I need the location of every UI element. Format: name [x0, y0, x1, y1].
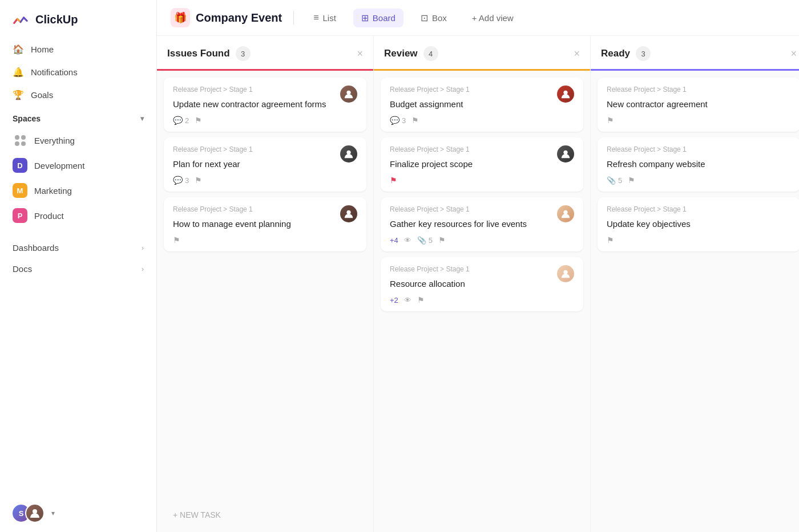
- board-tab-icon: ⊞: [361, 13, 369, 23]
- comment-icon: 💬: [173, 116, 183, 125]
- card-c1-meta: Release Project > Stage 1: [173, 86, 326, 94]
- card-c6[interactable]: Release Project > Stage 1 Gather key res…: [381, 197, 583, 251]
- review-title: Review: [384, 48, 418, 59]
- sidebar-item-home[interactable]: 🏠 Home: [6, 38, 151, 60]
- card-c7-avatar: [557, 265, 574, 282]
- comment-icon-c2: 💬: [173, 176, 183, 185]
- card-c6-title: Gather key resources for live events: [390, 218, 527, 230]
- card-c4-avatar: [557, 86, 574, 103]
- card-c6-header: Release Project > Stage 1 Gather key res…: [390, 205, 574, 230]
- issues-found-title: Issues Found: [167, 48, 230, 59]
- card-c10-content: Release Project > Stage 1 Update key obj…: [607, 205, 691, 230]
- tab-list[interactable]: ≡ List: [305, 9, 344, 27]
- sidebar-home-label: Home: [31, 44, 54, 54]
- card-c9-footer: 📎 5 ⚑: [607, 176, 791, 185]
- card-c3-header: Release Project > Stage 1 How to manage …: [173, 205, 357, 230]
- sidebar-bottom-nav: Dashboards › Docs ›: [0, 237, 156, 279]
- tab-box-label: Box: [432, 13, 447, 23]
- tab-board-label: Board: [373, 13, 396, 23]
- sidebar-item-dashboards[interactable]: Dashboards ›: [6, 237, 151, 258]
- new-task-button[interactable]: + NEW TASK: [164, 505, 366, 525]
- tab-box[interactable]: ⊡ Box: [413, 9, 455, 27]
- column-ready: Ready 3 × Release Project > Stage 1 New …: [591, 36, 799, 532]
- card-c7-header: Release Project > Stage 1 Resource alloc…: [390, 265, 574, 290]
- product-label: Product: [34, 211, 64, 221]
- header: 🎁 Company Event ≡ List ⊞ Board ⊡ Box + A…: [157, 0, 799, 36]
- card-c10[interactable]: Release Project > Stage 1 Update key obj…: [598, 197, 799, 251]
- flag-icon-c5-red: ⚑: [390, 176, 397, 185]
- project-icon: 🎁: [171, 8, 190, 27]
- spaces-section-header[interactable]: Spaces ▾: [0, 106, 156, 128]
- card-c7-eyes: 👁: [404, 296, 411, 304]
- card-c6-meta: Release Project > Stage 1: [390, 205, 527, 213]
- docs-label: Docs: [13, 264, 32, 274]
- add-view-label: + Add view: [472, 13, 514, 23]
- sidebar-item-product[interactable]: P Product: [6, 203, 151, 228]
- card-c9[interactable]: Release Project > Stage 1 Refresh compan…: [598, 137, 799, 192]
- column-title-row-ready: Ready 3: [601, 46, 651, 61]
- card-c5[interactable]: Release Project > Stage 1 Finalize proje…: [381, 137, 583, 192]
- ready-count: 3: [636, 46, 651, 61]
- card-c10-header: Release Project > Stage 1 Update key obj…: [607, 205, 791, 230]
- card-c9-content: Release Project > Stage 1 Refresh compan…: [607, 145, 705, 170]
- bell-icon: 🔔: [13, 66, 24, 78]
- card-c9-header: Release Project > Stage 1 Refresh compan…: [607, 145, 791, 170]
- docs-arrow-icon: ›: [142, 265, 144, 273]
- sidebar-item-marketing[interactable]: M Marketing: [6, 178, 151, 203]
- card-c6-attach: 📎 5: [417, 236, 433, 245]
- svg-point-7: [563, 270, 567, 274]
- svg-point-5: [563, 151, 567, 155]
- card-c2-content: Release Project > Stage 1 Plan for next …: [173, 145, 253, 170]
- card-c2-footer: 💬 3 ⚑: [173, 176, 357, 185]
- card-c1-title: Update new contractor agreement forms: [173, 98, 326, 110]
- add-view-button[interactable]: + Add view: [464, 9, 522, 27]
- sidebar-notifications-label: Notifications: [31, 67, 78, 77]
- development-label: Development: [34, 161, 84, 170]
- tab-board[interactable]: ⊞ Board: [353, 9, 403, 27]
- flag-icon-c7: ⚑: [417, 295, 425, 304]
- card-c5-meta: Release Project > Stage 1: [390, 145, 473, 153]
- spaces-chevron-icon: ▾: [140, 115, 144, 123]
- svg-point-4: [563, 91, 567, 95]
- card-c2-avatar: [340, 145, 357, 163]
- card-c4[interactable]: Release Project > Stage 1 Budget assignm…: [381, 78, 583, 132]
- flag-icon-c2: ⚑: [195, 176, 202, 185]
- eye-icon-c6: 👁: [404, 236, 411, 245]
- card-c4-meta: Release Project > Stage 1: [390, 86, 470, 94]
- dashboards-label: Dashboards: [13, 243, 59, 253]
- card-c7[interactable]: Release Project > Stage 1 Resource alloc…: [381, 257, 583, 311]
- ready-close-icon[interactable]: ×: [790, 48, 797, 60]
- svg-point-2: [346, 151, 350, 155]
- review-close-icon[interactable]: ×: [574, 48, 580, 60]
- card-c3[interactable]: Release Project > Stage 1 How to manage …: [164, 197, 366, 251]
- flag-icon-c9: ⚑: [628, 176, 635, 185]
- card-c7-meta: Release Project > Stage 1: [390, 265, 470, 273]
- sidebar-item-docs[interactable]: Docs ›: [6, 258, 151, 279]
- card-c1[interactable]: Release Project > Stage 1 Update new con…: [164, 78, 366, 132]
- card-c9-title: Refresh company website: [607, 158, 705, 170]
- svg-point-3: [346, 210, 350, 214]
- sidebar-item-development[interactable]: D Development: [6, 153, 151, 178]
- card-c8[interactable]: Release Project > Stage 1 New contractor…: [598, 78, 799, 132]
- sidebar-item-notifications[interactable]: 🔔 Notifications: [6, 60, 151, 83]
- issues-found-close-icon[interactable]: ×: [357, 48, 363, 60]
- card-c2[interactable]: Release Project > Stage 1 Plan for next …: [164, 137, 366, 192]
- card-c8-content: Release Project > Stage 1 New contractor…: [607, 86, 708, 110]
- card-c4-header: Release Project > Stage 1 Budget assignm…: [390, 86, 574, 110]
- card-c9-attach: 📎 5: [607, 176, 622, 185]
- ready-cards: Release Project > Stage 1 New contractor…: [591, 71, 799, 532]
- user-avatar-stack[interactable]: S: [11, 503, 45, 523]
- main-content: 🎁 Company Event ≡ List ⊞ Board ⊡ Box + A…: [157, 0, 799, 532]
- card-c5-footer: ⚑: [390, 176, 574, 185]
- sidebar-item-goals[interactable]: 🏆 Goals: [6, 83, 151, 106]
- card-c7-footer: +2 👁 ⚑: [390, 295, 574, 304]
- svg-point-0: [33, 509, 37, 514]
- flag-icon-c6: ⚑: [438, 235, 446, 245]
- trophy-icon: 🏆: [13, 89, 24, 100]
- column-issues-found: Issues Found 3 × Release Project > Stage…: [157, 36, 374, 532]
- home-icon: 🏠: [13, 43, 24, 55]
- flag-icon-c8: ⚑: [607, 116, 614, 125]
- card-c3-meta: Release Project > Stage 1: [173, 205, 291, 213]
- card-c6-eyes: 👁: [404, 236, 411, 245]
- sidebar-item-everything[interactable]: Everything: [6, 128, 151, 153]
